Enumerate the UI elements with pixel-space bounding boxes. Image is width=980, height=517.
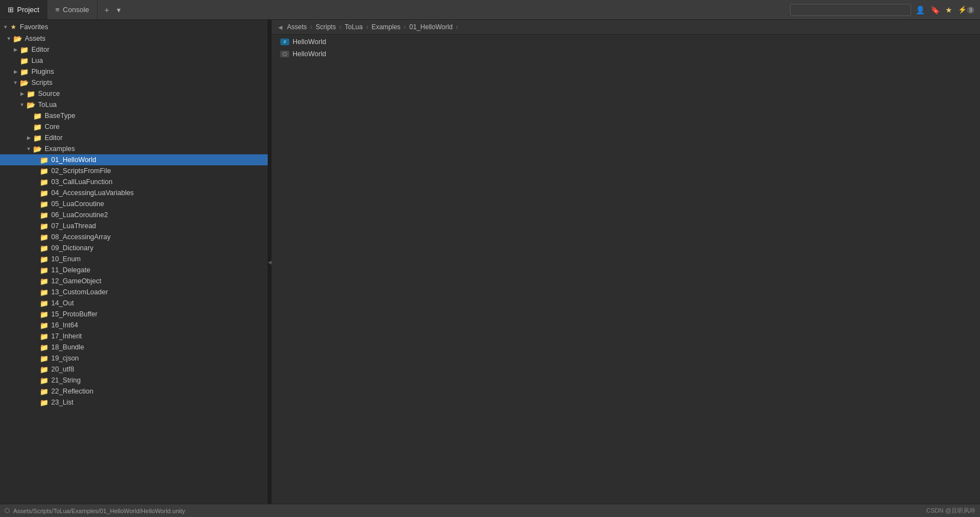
plugins-label: Plugins — [31, 68, 54, 76]
label-02: 02_ScriptsFromFile — [51, 167, 111, 175]
account-icon[interactable]: 👤 — [914, 4, 926, 15]
tree-item-12[interactable]: 📁 12_GameObject — [0, 276, 268, 287]
tab-console[interactable]: ≡ Console — [47, 0, 97, 19]
assets-folder-icon: 📂 — [13, 35, 22, 43]
folder-16: 📁 — [40, 321, 48, 330]
scripts-arrow: ▼ — [12, 80, 19, 85]
tree-item-08[interactable]: 📁 08_AccessingArray — [0, 231, 268, 243]
tree-item-editor-inner[interactable]: ▶ 📁 Editor — [0, 132, 268, 143]
label-21: 21_String — [51, 376, 81, 384]
file-cs-label: HelloWorld — [293, 38, 326, 46]
tree-item-21[interactable]: 📁 21_String — [0, 375, 268, 386]
tree-item-scripts[interactable]: ▼ 📂 Scripts — [0, 77, 268, 88]
label-14: 14_Out — [51, 299, 74, 307]
file-item-helloworld-cs[interactable]: # HelloWorld — [272, 36, 980, 48]
search-input[interactable] — [790, 4, 911, 16]
favorites-arrow: ▼ — [2, 24, 9, 30]
label-07: 07_LuaThread — [51, 222, 96, 230]
core-label: Core — [45, 123, 59, 131]
project-tab-icon: ⊞ — [8, 6, 14, 14]
tree-item-plugins[interactable]: ▶ 📁 Plugins — [0, 66, 268, 77]
plugins-arrow: ▶ — [12, 69, 19, 74]
label-20: 20_utf8 — [51, 365, 74, 373]
label-11: 11_Delegate — [51, 266, 90, 274]
source-folder-icon: 📁 — [26, 90, 35, 98]
add-button[interactable]: + — [102, 4, 112, 16]
tree-item-20[interactable]: 📁 20_utf8 — [0, 364, 268, 375]
label-03: 03_CallLuaFunction — [51, 178, 112, 186]
tree-item-source[interactable]: ▶ 📁 Source — [0, 88, 268, 99]
tree-item-01helloworld[interactable]: 📁 01_HelloWorld — [0, 154, 268, 165]
tree-item-19[interactable]: 📁 19_cjson — [0, 353, 268, 364]
breadcrumb-scripts[interactable]: Scripts — [316, 23, 336, 31]
folder-11: 📁 — [40, 266, 48, 274]
folder-21: 📁 — [40, 376, 48, 385]
breadcrumb-back-arrow: ◀ — [278, 24, 283, 30]
status-bar-right: CSDN @且听风吟 — [927, 507, 976, 515]
tree-item-17[interactable]: 📁 17_Inherit — [0, 331, 268, 342]
tree-item-13[interactable]: 📁 13_CustomLoader — [0, 287, 268, 298]
tree-panel[interactable]: ▼ ★ Favorites ▼ 📂 Assets ▶ 📁 Editor — [0, 20, 268, 504]
status-bar-left: ⬡ Assets/Scripts/ToLua/Examples/01_Hello… — [4, 507, 185, 514]
folder-03: 📁 — [40, 178, 48, 186]
tree-item-18[interactable]: 📁 18_Bundle — [0, 342, 268, 353]
tree-item-16[interactable]: 📁 16_Int64 — [0, 320, 268, 331]
tree-item-examples[interactable]: ▼ 📂 Examples — [0, 143, 268, 154]
label-09: 09_Dictionary — [51, 244, 93, 252]
tree-item-04[interactable]: 📁 04_AccessingLuaVariables — [0, 187, 268, 198]
tree-item-15[interactable]: 📁 15_ProtoBuffer — [0, 309, 268, 320]
folder-13: 📁 — [40, 288, 48, 297]
editor-top-folder-icon: 📁 — [20, 46, 29, 54]
tree-item-06[interactable]: 📁 06_LuaCoroutine2 — [0, 209, 268, 220]
label-18: 18_Bundle — [51, 343, 84, 351]
tree-item-02[interactable]: 📁 02_ScriptsFromFile — [0, 165, 268, 176]
folder-14: 📁 — [40, 299, 48, 308]
right-panel: ◀ Assets › Scripts › ToLua › Examples › … — [272, 20, 980, 504]
file-item-helloworld-unity[interactable]: ⬡ HelloWorld — [272, 48, 980, 60]
console-tab-icon: ≡ — [55, 6, 59, 14]
status-bar: ⬡ Assets/Scripts/ToLua/Examples/01_Hello… — [0, 504, 980, 517]
tree-item-lua[interactable]: 📁 Lua — [0, 55, 268, 66]
top-toolbar: ⊞ Project ≡ Console + ▾ 👤 🔖 ★ ⚡9 — [0, 0, 980, 20]
dropdown-button[interactable]: ▾ — [114, 4, 123, 16]
tree-item-07[interactable]: 📁 07_LuaThread — [0, 220, 268, 231]
tab-project[interactable]: ⊞ Project — [0, 0, 47, 19]
tree-item-09[interactable]: 📁 09_Dictionary — [0, 243, 268, 254]
label-04: 04_AccessingLuaVariables — [51, 189, 134, 197]
label-12: 12_GameObject — [51, 277, 101, 285]
tree-item-basetype[interactable]: 📁 BaseType — [0, 110, 268, 121]
folder-02: 📁 — [40, 167, 48, 175]
breadcrumb-examples[interactable]: Examples — [371, 23, 400, 31]
examples-arrow: ▼ — [25, 146, 32, 152]
star-icon-toolbar[interactable]: ★ — [944, 4, 954, 15]
breadcrumb-01helloworld[interactable]: 01_HelloWorld — [409, 23, 453, 31]
notification-icon[interactable]: ⚡9 — [957, 4, 976, 15]
tree-item-22[interactable]: 📁 22_Reflection — [0, 386, 268, 397]
search-bar: 👤 🔖 ★ ⚡9 — [786, 4, 980, 16]
breadcrumb-tolua[interactable]: ToLua — [345, 23, 363, 31]
label-06: 06_LuaCoroutine2 — [51, 211, 108, 219]
tolua-label: ToLua — [38, 101, 57, 109]
tree-item-10[interactable]: 📁 10_Enum — [0, 254, 268, 265]
sep-3: › — [366, 23, 368, 31]
folder-06: 📁 — [40, 211, 48, 219]
console-tab-label: Console — [63, 6, 89, 14]
tree-item-14[interactable]: 📁 14_Out — [0, 298, 268, 309]
tree-item-03[interactable]: 📁 03_CallLuaFunction — [0, 176, 268, 187]
01helloworld-label: 01_HelloWorld — [51, 156, 96, 164]
tree-item-23[interactable]: 📁 23_List — [0, 397, 268, 408]
tree-item-11[interactable]: 📁 11_Delegate — [0, 265, 268, 276]
project-tab-label: Project — [17, 6, 39, 14]
bookmark-icon[interactable]: 🔖 — [929, 4, 941, 15]
sep-2: › — [339, 23, 342, 31]
tree-item-tolua[interactable]: ▼ 📂 ToLua — [0, 99, 268, 110]
breadcrumb-assets[interactable]: Assets — [287, 23, 307, 31]
tree-item-editor-top[interactable]: ▶ 📁 Editor — [0, 44, 268, 55]
tolua-folder-icon: 📂 — [26, 101, 35, 109]
tree-item-core[interactable]: 📁 Core — [0, 121, 268, 132]
favorites-section[interactable]: ▼ ★ Favorites — [0, 21, 268, 33]
tree-item-assets[interactable]: ▼ 📂 Assets — [0, 33, 268, 44]
tree-item-05[interactable]: 📁 05_LuaCoroutine — [0, 198, 268, 209]
source-arrow: ▶ — [19, 91, 25, 96]
source-label: Source — [38, 90, 60, 98]
